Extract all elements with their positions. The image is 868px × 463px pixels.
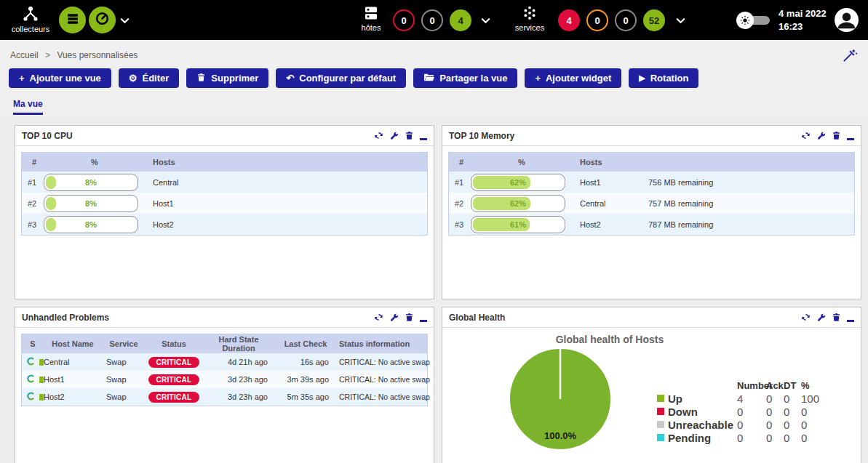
host-link[interactable]: Central — [146, 178, 427, 187]
hosts-menu[interactable]: hôtes — [356, 5, 386, 32]
rotation-button[interactable]: ▶ Rotation — [629, 68, 698, 88]
legend-swatch — [657, 395, 664, 402]
page-header: Accueil > Vues personnalisées + Ajouter … — [0, 40, 868, 116]
host-link[interactable]: Host2 — [44, 392, 102, 401]
badge-count: 52 — [649, 15, 659, 26]
trash-icon[interactable] — [832, 131, 841, 140]
host-status-badge[interactable]: 0 — [393, 9, 415, 31]
minimize-icon[interactable] — [847, 132, 854, 140]
pollers-menu[interactable]: collecteurs — [10, 5, 51, 33]
cpu-usage-bar: 8% — [44, 195, 138, 212]
service-link[interactable]: Swap — [102, 392, 146, 401]
problem-row: Host1 Swap CRITICAL 3d 23h ago 3m 39s ag… — [22, 371, 427, 388]
cpu-table: # % Hosts #1 8% Central — [21, 152, 428, 235]
hard-state-duration: 4d 21h ago — [202, 358, 275, 366]
hosts-icon — [363, 14, 379, 23]
breadcrumb-home[interactable]: Accueil — [10, 50, 39, 60]
services-menu[interactable]: services — [513, 5, 546, 32]
services-chevron-down-icon[interactable] — [675, 15, 686, 26]
tab-ma-vue[interactable]: Ma vue — [13, 99, 43, 115]
legend-ack: 0 — [766, 406, 784, 418]
host-link[interactable]: Host1 — [146, 199, 427, 208]
hosts-chevron-down-icon[interactable] — [480, 15, 491, 26]
theme-toggle[interactable] — [736, 12, 771, 29]
minimize-icon[interactable] — [420, 132, 427, 140]
add-view-button[interactable]: + Ajouter une vue — [9, 68, 111, 88]
pollers-chevron-down-icon[interactable] — [119, 15, 130, 26]
host-link[interactable]: Central — [44, 358, 102, 366]
rank-label: #1 — [449, 178, 471, 187]
wrench-icon[interactable] — [816, 313, 826, 322]
col-rank: # — [449, 158, 471, 166]
bar-percent-label: 61% — [471, 217, 565, 233]
refresh-icon[interactable] — [374, 313, 383, 322]
col-hard-state-duration: Hard State Duration — [202, 335, 275, 353]
trash-icon[interactable] — [832, 313, 841, 322]
status-badge: CRITICAL — [148, 392, 199, 403]
breadcrumb-current[interactable]: Vues personnalisées — [57, 50, 138, 60]
status-information: CRITICAL: No active swap — [336, 375, 430, 384]
edit-view-button[interactable]: ⚙ Éditer — [119, 68, 180, 88]
add-widget-button[interactable]: + Ajouter widget — [525, 68, 621, 88]
cpu-table-header: # % Hosts — [22, 153, 427, 172]
service-link[interactable]: Swap — [102, 375, 146, 384]
bar-percent-label: 8% — [44, 174, 138, 190]
host-link[interactable]: Host1 — [44, 375, 102, 384]
gear-icon: ⚙ — [129, 73, 138, 83]
legend-number: 0 — [737, 432, 766, 444]
user-avatar[interactable] — [834, 7, 859, 36]
col-hosts: Hosts — [573, 158, 645, 166]
datetime-display: 4 mai 2022 16:23 — [779, 7, 831, 33]
badge-count: 0 — [401, 15, 406, 26]
legend-number: 0 — [737, 419, 766, 431]
legend-ack: 0 — [766, 419, 784, 431]
widget-top10-cpu: TOP 10 CPU # % Hosts #1 — [15, 125, 434, 299]
host-status-badge[interactable]: 0 — [421, 9, 443, 31]
wand-edit-mode-icon[interactable] — [841, 47, 858, 67]
host-link[interactable]: Host1 — [573, 178, 645, 187]
trash-icon[interactable] — [405, 313, 414, 322]
last-check: 16s ago — [275, 358, 336, 366]
poller-stats-button[interactable] — [89, 7, 116, 33]
service-status-badge[interactable]: 0 — [615, 9, 637, 31]
minimize-icon[interactable] — [847, 313, 854, 322]
rank-label: #3 — [22, 220, 44, 229]
host-link[interactable]: Host2 — [573, 220, 645, 229]
host-link[interactable]: Central — [573, 199, 645, 208]
legend-pct: 0 — [801, 419, 830, 431]
button-label: Rotation — [650, 73, 689, 84]
wrench-icon[interactable] — [816, 131, 826, 140]
wrench-icon[interactable] — [389, 313, 399, 322]
trash-icon[interactable] — [405, 131, 414, 140]
col-status-information: Status information — [336, 339, 427, 348]
gauge-icon — [95, 11, 110, 29]
widget-actions — [801, 313, 854, 322]
centreon-logo-icon — [26, 356, 36, 368]
minimize-icon[interactable] — [420, 313, 427, 322]
wrench-icon[interactable] — [389, 131, 399, 140]
legend-dt: 0 — [784, 432, 801, 444]
legend-col-pct: % — [801, 380, 830, 391]
date-label: 4 mai 2022 — [779, 7, 831, 20]
widget-title: Global Health — [449, 313, 505, 323]
poller-list-button[interactable] — [59, 7, 86, 33]
service-status-badge[interactable]: 52 — [643, 9, 665, 31]
service-status-badge[interactable]: 0 — [586, 9, 608, 31]
delete-view-button[interactable]: Supprimer — [186, 68, 268, 88]
last-check: 5m 35s ago — [275, 392, 336, 401]
services-status-badges: 4 0 0 52 — [558, 9, 665, 31]
legend-number: 4 — [737, 392, 766, 405]
bar-percent-label: 62% — [471, 174, 565, 190]
refresh-icon[interactable] — [374, 131, 383, 140]
refresh-icon[interactable] — [801, 313, 811, 322]
widget-top10-memory: TOP 10 Memory # % Hosts — [442, 125, 861, 299]
share-view-button[interactable]: Partager la vue — [413, 68, 517, 88]
service-link[interactable]: Swap — [102, 358, 146, 366]
set-default-view-button[interactable]: ↶ Configurer par défaut — [276, 68, 406, 88]
refresh-icon[interactable] — [801, 131, 811, 140]
state-cell — [22, 356, 44, 368]
service-status-badge[interactable]: 4 — [558, 9, 580, 31]
poller-list-icon — [65, 12, 80, 29]
host-link[interactable]: Host2 — [146, 220, 427, 229]
host-status-badge[interactable]: 4 — [450, 9, 471, 31]
